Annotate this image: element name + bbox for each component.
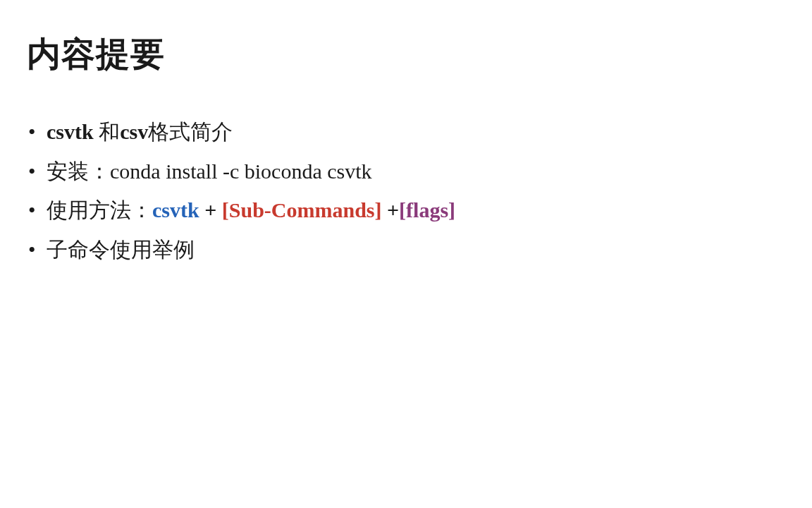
usage-subcommands: [Sub-Commands] <box>222 198 382 222</box>
label-install: 安装： <box>47 159 110 183</box>
text: 子命令使用举例 <box>47 238 195 261</box>
slide-title: 内容提要 <box>27 32 785 77</box>
text-bold: csvtk <box>47 120 99 143</box>
label-usage: 使用方法： <box>47 198 152 222</box>
list-item: 安装：conda install -c bioconda csvtk <box>27 152 785 191</box>
content-list: csvtk 和csv格式简介 安装：conda install -c bioco… <box>27 112 785 269</box>
usage-plus: + <box>199 198 222 222</box>
list-item: 子命令使用举例 <box>27 230 785 270</box>
text: 和 <box>99 120 120 143</box>
usage-csvtk: csvtk <box>152 198 199 222</box>
list-item: 使用方法：csvtk + [Sub-Commands] +[flags] <box>27 190 785 230</box>
usage-plus: + <box>382 198 400 222</box>
usage-flags: [flags] <box>399 198 455 222</box>
list-item: csvtk 和csv格式简介 <box>27 112 785 152</box>
text: 格式简介 <box>148 120 233 143</box>
text-bold: csv <box>120 120 148 143</box>
install-command: conda install -c bioconda csvtk <box>110 159 372 183</box>
